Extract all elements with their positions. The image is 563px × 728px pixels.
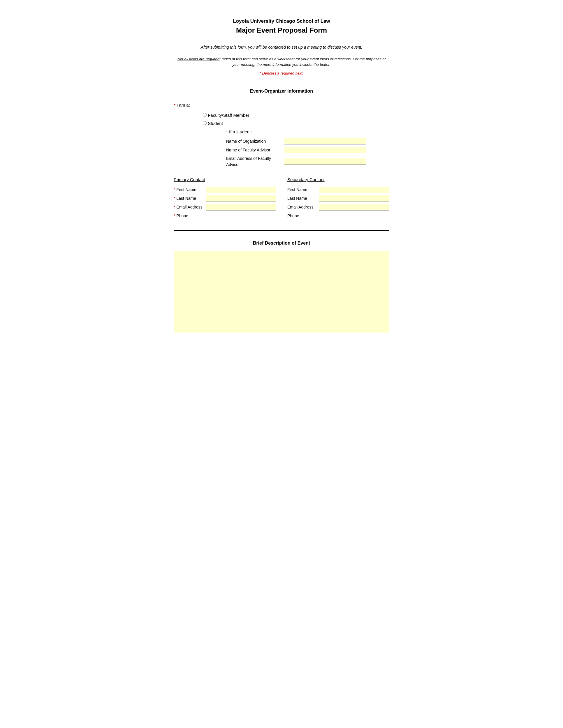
primary-first-name-row: * First Name [174,187,276,193]
advisor-name-input[interactable] [285,147,366,153]
org-name-label: Name of Organization [226,138,285,144]
organizer-section-title: Event-Organizer Information [174,88,389,95]
primary-last-name-row: * Last Name [174,195,276,202]
institution-name: Loyola University Chicago School of Law [174,17,389,25]
form-page: Loyola University Chicago School of Law … [150,0,413,356]
primary-last-name-label: * Last Name [174,195,206,202]
student-field-row-org: Name of Organization [226,138,389,144]
secondary-last-name-row: Last Name [287,195,389,202]
primary-last-name-input[interactable] [206,195,276,202]
student-field-row-advisor: Name of Faculty Advisor [226,147,389,153]
if-student-label: * If a student: [226,129,389,135]
i-am-a-label: * I am a: [174,102,389,109]
instructions-underline: Not all fields are required [177,57,220,61]
secondary-email-row: Email Address [287,204,389,211]
advisor-email-input[interactable] [285,158,366,165]
subtitle-text: After submitting this form, you will be … [174,44,389,50]
org-name-input[interactable] [285,138,366,144]
brief-desc-textarea[interactable] [174,251,389,333]
secondary-phone-row: Phone [287,213,389,219]
primary-phone-input[interactable] [206,213,276,219]
required-note: * Denotes a required field. [174,70,389,76]
secondary-email-input[interactable] [320,204,389,211]
section-divider [174,230,389,231]
form-header: Loyola University Chicago School of Law … [174,17,389,36]
student-field-row-advisor-email: Email Address of Faculty Advisor [226,156,389,168]
label-student[interactable]: Student [208,121,223,126]
brief-description-section: Brief Description of Event [174,240,389,333]
primary-phone-row: * Phone [174,213,276,219]
secondary-last-name-label: Last Name [287,195,320,202]
advisor-email-label: Email Address of Faculty Advisor [226,156,285,168]
brief-desc-title: Brief Description of Event [174,240,389,247]
secondary-last-name-input[interactable] [320,195,389,202]
secondary-first-name-label: First Name [287,187,320,193]
primary-contact-column: Primary Contact * First Name * Last Name… [174,176,276,222]
primary-email-label: * Email Address [174,204,206,210]
primary-email-input[interactable] [206,204,276,211]
radio-faculty[interactable] [203,113,206,117]
form-title: Major Event Proposal Form [174,25,389,36]
radio-student[interactable] [203,121,206,125]
primary-first-name-label: * First Name [174,187,206,193]
secondary-contact-title: Secondary Contact [287,176,389,183]
i-am-a-text: I am a: [176,103,190,107]
instructions-text: Not all fields are required; much of thi… [174,56,389,68]
secondary-first-name-input[interactable] [320,187,389,193]
student-section: * If a student: Name of Organization Nam… [226,129,389,168]
contacts-section: Primary Contact * First Name * Last Name… [174,176,389,222]
if-student-text: If a student: [229,129,252,134]
secondary-email-label: Email Address [287,204,320,210]
label-faculty[interactable]: Faculty/Staff Member [208,113,249,118]
primary-contact-title: Primary Contact [174,176,276,183]
secondary-phone-input[interactable] [320,213,389,219]
secondary-phone-label: Phone [287,213,320,219]
primary-email-row: * Email Address [174,204,276,211]
instructions-rest: ; much of this form can serve as a works… [219,57,386,67]
secondary-contact-column: Secondary Contact First Name Last Name E… [287,176,389,222]
organizer-section: Event-Organizer Information * I am a: Fa… [174,88,389,168]
advisor-name-label: Name of Faculty Advisor [226,147,285,153]
primary-phone-label: * Phone [174,213,206,219]
required-star-iam: * [174,103,176,107]
role-faculty-staff: Faculty/Staff Member [203,112,389,119]
secondary-first-name-row: First Name [287,187,389,193]
required-star-student: * [226,129,229,134]
primary-first-name-input[interactable] [206,187,276,193]
role-student: Student [203,120,389,127]
